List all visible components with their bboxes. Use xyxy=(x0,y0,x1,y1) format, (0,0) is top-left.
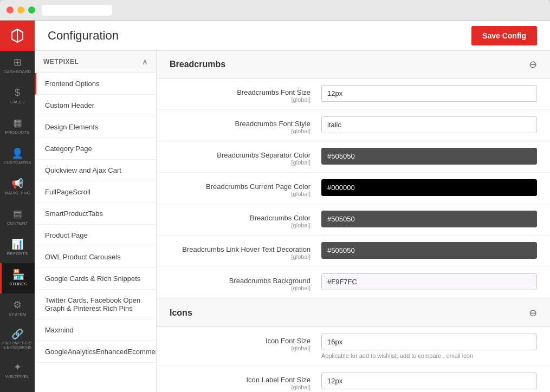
sidebar-item-find-partners[interactable]: 🔗 FIND PARTNERS & EXTENSIONS xyxy=(0,324,35,356)
icon-font-size-label: Icon Font Size [global] xyxy=(170,334,321,351)
breadcrumbs-background-input[interactable] xyxy=(321,273,537,290)
reports-icon: 📊 xyxy=(11,239,23,249)
breadcrumbs-link-hover-label: Breadcrumbs Link Hover Text Decoration [… xyxy=(170,242,321,260)
icon-font-size-hint: Applicable for add to wishlist, add to c… xyxy=(321,352,537,359)
config-area: Breadcrumbs ⊖ Breadcrumbs Font Size [glo… xyxy=(157,51,550,392)
sidebar-item-customers[interactable]: 👤 CUSTOMERS xyxy=(0,142,35,172)
breadcrumbs-font-style-row: Breadcrumbs Font Style [global] xyxy=(157,110,550,141)
breadcrumbs-font-size-input-area xyxy=(321,85,537,102)
breadcrumbs-font-style-label: Breadcrumbs Font Style [global] xyxy=(170,116,321,134)
panel-header: WETPIXEL ∧ xyxy=(35,51,156,73)
breadcrumbs-color-label: Breadcrumbs Color [global] xyxy=(170,211,321,228)
breadcrumbs-section: Breadcrumbs ⊖ Breadcrumbs Font Size [glo… xyxy=(157,51,550,298)
breadcrumbs-separator-color-input[interactable] xyxy=(321,148,537,165)
app-container: ⊞ DASHBOARD $ SALES ▦ PRODUCTS 👤 CUSTOME… xyxy=(0,21,550,392)
breadcrumbs-color-row: Breadcrumbs Color [global] xyxy=(157,204,550,236)
sidebar-item-stores[interactable]: 🏪 STORES xyxy=(0,263,35,293)
nav-logo xyxy=(0,21,35,51)
page-title: Configuration xyxy=(48,29,119,43)
menu-item-owl-carousels[interactable]: OWL Product Carousels xyxy=(35,246,156,268)
breadcrumbs-color-input-area xyxy=(321,211,537,227)
minimize-button[interactable] xyxy=(17,6,24,14)
top-header: Configuration Save Config xyxy=(35,21,550,51)
breadcrumbs-font-size-row: Breadcrumbs Font Size [global] xyxy=(157,79,550,110)
left-panel: WETPIXEL ∧ Frontend Options Custom Heade… xyxy=(35,51,157,392)
breadcrumbs-background-input-area xyxy=(321,273,537,290)
sidebar-item-system[interactable]: ⚙ SYSTEM xyxy=(0,293,35,324)
maximize-button[interactable] xyxy=(28,6,35,14)
close-button[interactable] xyxy=(7,6,14,14)
traffic-lights xyxy=(7,6,35,14)
breadcrumbs-separator-color-row: Breadcrumbs Separator Color [global] xyxy=(157,141,550,173)
menu-item-design-elements[interactable]: Design Elements xyxy=(35,116,156,138)
breadcrumbs-background-row: Breadcrumbs Background [global] xyxy=(157,267,550,298)
stores-icon: 🏪 xyxy=(12,270,24,279)
breadcrumbs-current-page-color-input-area xyxy=(321,179,537,196)
products-icon: ▦ xyxy=(13,118,22,128)
breadcrumbs-current-page-color-row: Breadcrumbs Current Page Color [global] xyxy=(157,173,550,204)
icon-font-size-input[interactable] xyxy=(321,334,537,350)
breadcrumbs-section-title: Breadcrumbs xyxy=(170,60,225,69)
menu-item-category-page[interactable]: Category Page xyxy=(35,138,156,160)
icon-label-font-size-label: Icon Label Font Size [global] xyxy=(170,373,321,390)
breadcrumbs-font-style-input-area xyxy=(321,116,537,133)
icons-section: Icons ⊖ Icon Font Size [global] Applicab… xyxy=(157,299,550,392)
breadcrumbs-current-page-color-input[interactable] xyxy=(321,179,537,196)
find-partners-icon: 🔗 xyxy=(11,329,23,339)
content-icon: ▤ xyxy=(13,209,22,219)
menu-item-twitter-cards[interactable]: Twitter Cards, Facebook Open Graph & Pin… xyxy=(35,290,156,319)
sidebar-item-products[interactable]: ▦ PRODUCTS xyxy=(0,112,35,142)
sales-icon: $ xyxy=(15,88,20,97)
sidebar-item-content[interactable]: ▤ CONTENT xyxy=(0,202,35,233)
sidebar-item-dashboard[interactable]: ⊞ DASHBOARD xyxy=(0,51,35,81)
panel-header-title: WETPIXEL xyxy=(43,58,79,66)
panel-collapse-icon[interactable]: ∧ xyxy=(142,57,148,66)
breadcrumbs-link-hover-row: Breadcrumbs Link Hover Text Decoration [… xyxy=(157,236,550,267)
breadcrumbs-background-label: Breadcrumbs Background [global] xyxy=(170,273,321,291)
sidebar-item-weltpixel[interactable]: ✦ WELTPIXEL xyxy=(0,356,35,386)
sidebar-item-marketing[interactable]: 📢 MARKETING xyxy=(0,172,35,202)
menu-item-smart-product-tabs[interactable]: SmartProductTabs xyxy=(35,203,156,225)
icon-label-font-size-input-area xyxy=(321,373,537,389)
breadcrumbs-color-input[interactable] xyxy=(321,211,537,227)
breadcrumbs-font-size-label: Breadcrumbs Font Size [global] xyxy=(170,85,321,103)
menu-item-google-analytics[interactable]: GoogleAnalyticsEnhancedEcommerce xyxy=(35,341,156,363)
customers-icon: 👤 xyxy=(11,148,23,158)
url-bar[interactable] xyxy=(42,5,112,16)
breadcrumbs-separator-color-label: Breadcrumbs Separator Color [global] xyxy=(170,148,321,166)
sidebar-item-reports[interactable]: 📊 REPORTS xyxy=(0,233,35,263)
weltpixel-icon: ✦ xyxy=(14,362,22,372)
menu-item-google-cards[interactable]: Google Cards & Rich Snippets xyxy=(35,268,156,290)
breadcrumbs-toggle-icon: ⊖ xyxy=(529,58,537,70)
icons-section-header[interactable]: Icons ⊖ xyxy=(157,299,550,327)
nav-sidebar: ⊞ DASHBOARD $ SALES ▦ PRODUCTS 👤 CUSTOME… xyxy=(0,21,35,392)
icon-label-font-size-input[interactable] xyxy=(321,373,537,389)
icons-section-title: Icons xyxy=(170,308,192,318)
dashboard-icon: ⊞ xyxy=(14,57,22,67)
breadcrumbs-link-hover-input[interactable] xyxy=(321,242,537,259)
magento-logo-icon xyxy=(10,28,25,43)
menu-item-product-page[interactable]: Product Page xyxy=(35,225,156,246)
save-config-button[interactable]: Save Config xyxy=(471,26,537,45)
window-chrome xyxy=(0,0,550,21)
menu-item-custom-header[interactable]: Custom Header xyxy=(35,95,156,116)
system-icon: ⚙ xyxy=(13,300,22,310)
menu-item-fullpagescroll[interactable]: FullPageScroll xyxy=(35,181,156,203)
icons-toggle-icon: ⊖ xyxy=(529,307,537,319)
menu-item-quickview-ajax[interactable]: Quickview and Ajax Cart xyxy=(35,160,156,181)
icon-label-font-size-row: Icon Label Font Size [global] xyxy=(157,366,550,392)
sidebar-item-sales[interactable]: $ SALES xyxy=(0,81,35,112)
breadcrumbs-section-header[interactable]: Breadcrumbs ⊖ xyxy=(157,51,550,79)
icon-font-size-input-area: Applicable for add to wishlist, add to c… xyxy=(321,334,537,359)
breadcrumbs-current-page-color-label: Breadcrumbs Current Page Color [global] xyxy=(170,179,321,197)
breadcrumbs-link-hover-input-area xyxy=(321,242,537,259)
main-area: Configuration Save Config WETPIXEL ∧ Fro… xyxy=(35,21,550,392)
content-area: WETPIXEL ∧ Frontend Options Custom Heade… xyxy=(35,51,550,392)
menu-item-frontend-options[interactable]: Frontend Options xyxy=(35,73,156,95)
breadcrumbs-font-style-input[interactable] xyxy=(321,116,537,133)
breadcrumbs-separator-color-input-area xyxy=(321,148,537,165)
breadcrumbs-font-size-input[interactable] xyxy=(321,85,537,102)
marketing-icon: 📢 xyxy=(11,179,23,188)
icon-font-size-row: Icon Font Size [global] Applicable for a… xyxy=(157,327,550,366)
menu-item-maxmind[interactable]: Maxmind xyxy=(35,319,156,341)
